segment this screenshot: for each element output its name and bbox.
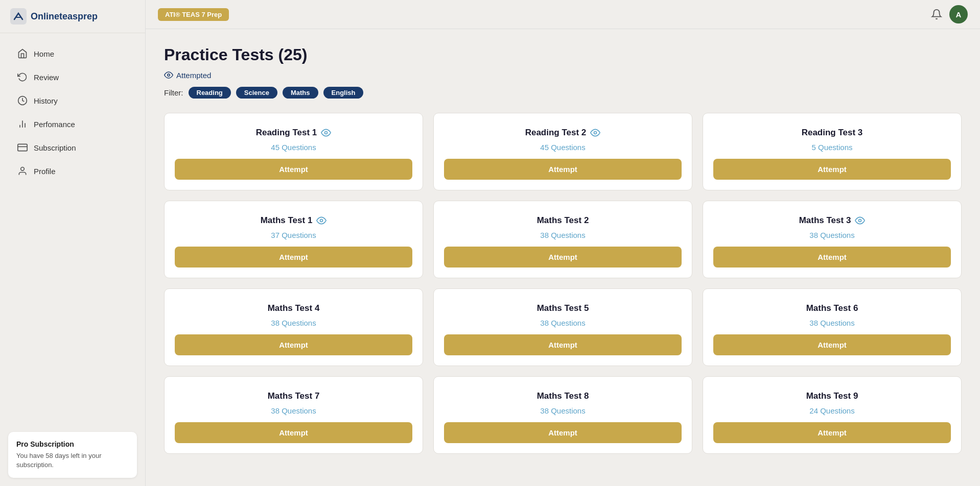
test-card: Reading Test 145 QuestionsAttempt [164,113,423,190]
filter-science[interactable]: Science [236,87,277,99]
card-eye-icon [316,215,326,226]
svg-point-12 [859,220,861,222]
svg-rect-0 [10,8,27,25]
logo-icon [10,8,27,25]
home-icon [17,48,28,59]
sidebar-item-subscription-label: Subscription [34,143,76,152]
card-questions: 45 Questions [271,143,316,152]
card-questions: 38 Questions [540,231,585,239]
attempt-button[interactable]: Attempt [444,334,682,355]
card-title: Maths Test 5 [537,303,589,313]
sidebar-item-performance-label: Perfomance [34,120,75,129]
attempt-button[interactable]: Attempt [175,334,412,355]
card-eye-icon [855,215,865,226]
sidebar-item-history-label: History [34,96,58,105]
test-card: Maths Test 538 QuestionsAttempt [433,288,692,366]
attempt-button[interactable]: Attempt [444,247,682,268]
attempt-button[interactable]: Attempt [444,159,682,180]
attempt-button[interactable]: Attempt [713,159,951,180]
topbar-left: ATI® TEAS 7 Prep [158,8,229,21]
card-icon [17,142,28,153]
attempt-button[interactable]: Attempt [444,422,682,443]
card-title: Maths Test 3 [799,215,851,226]
sidebar-item-review[interactable]: Review [5,66,140,88]
test-card: Maths Test 638 QuestionsAttempt [703,288,962,366]
subscription-box: Pro Subscription You have 58 days left i… [8,432,137,478]
card-title-row: Reading Test 3 [802,128,863,138]
card-title: Maths Test 2 [537,215,589,226]
attempt-button[interactable]: Attempt [175,159,412,180]
avatar[interactable]: A [949,5,968,23]
attempt-button[interactable]: Attempt [713,247,951,268]
card-title-row: Reading Test 2 [525,128,601,138]
main-area: ATI® TEAS 7 Prep A Practice Tests (25) A… [146,0,980,486]
card-title: Maths Test 8 [537,391,589,401]
card-questions: 38 Questions [540,406,585,415]
card-questions: 37 Questions [271,231,316,239]
content-area: Practice Tests (25) Attempted Filter: Re… [146,29,980,486]
cards-grid: Reading Test 145 QuestionsAttemptReading… [164,113,962,454]
card-eye-icon [321,128,331,138]
svg-rect-5 [18,144,27,151]
history-icon [17,95,28,106]
sidebar-item-review-label: Review [34,73,59,82]
card-title: Maths Test 1 [261,215,313,226]
attempted-eye-icon [164,70,173,80]
test-card: Maths Test 924 QuestionsAttempt [703,376,962,454]
svg-point-11 [320,220,323,222]
card-questions: 38 Questions [271,319,316,327]
attempt-button[interactable]: Attempt [175,422,412,443]
card-title: Maths Test 7 [268,391,320,401]
logo-container[interactable]: Onlineteasprep [0,0,145,33]
card-title-row: Maths Test 4 [268,303,320,313]
review-icon [17,72,28,82]
sidebar-item-subscription[interactable]: Subscription [5,136,140,159]
bell-icon[interactable] [931,9,942,20]
attempt-button[interactable]: Attempt [713,422,951,443]
card-title-row: Maths Test 2 [537,215,589,226]
card-questions: 38 Questions [809,231,854,239]
svg-point-9 [325,132,328,134]
svg-point-8 [168,74,170,77]
card-title-row: Maths Test 8 [537,391,589,401]
card-eye-icon [590,128,600,138]
filter-english[interactable]: English [323,87,364,99]
svg-point-7 [21,167,25,171]
test-card: Maths Test 838 QuestionsAttempt [433,376,692,454]
ati-badge[interactable]: ATI® TEAS 7 Prep [158,8,229,21]
sidebar-item-history[interactable]: History [5,89,140,112]
sidebar-item-home[interactable]: Home [5,42,140,65]
attempted-toggle[interactable]: Attempted [164,70,962,80]
card-title-row: Maths Test 5 [537,303,589,313]
card-title-row: Maths Test 1 [261,215,327,226]
card-title-row: Maths Test 6 [806,303,858,313]
topbar-right: A [931,5,968,23]
card-title-row: Maths Test 9 [806,391,858,401]
card-title-row: Maths Test 3 [799,215,866,226]
svg-point-10 [594,132,597,134]
sidebar-item-performance[interactable]: Perfomance [5,113,140,135]
sidebar-nav: Home Review History Perfomance [0,33,145,424]
test-card: Maths Test 438 QuestionsAttempt [164,288,423,366]
card-questions: 5 Questions [811,143,852,152]
user-icon [17,166,28,176]
card-title: Reading Test 1 [256,128,317,138]
filter-maths[interactable]: Maths [283,87,318,99]
logo-text: Onlineteasprep [31,11,98,22]
test-card: Maths Test 137 QuestionsAttempt [164,201,423,278]
topbar: ATI® TEAS 7 Prep A [146,0,980,29]
card-title: Maths Test 9 [806,391,858,401]
card-questions: 38 Questions [809,319,854,327]
page-title: Practice Tests (25) [164,45,962,64]
attempt-button[interactable]: Attempt [175,247,412,268]
chart-icon [17,119,28,129]
test-card: Maths Test 238 QuestionsAttempt [433,201,692,278]
sidebar-item-home-label: Home [34,50,54,58]
subscription-title: Pro Subscription [16,440,129,448]
filter-reading[interactable]: Reading [189,87,231,99]
test-card: Maths Test 738 QuestionsAttempt [164,376,423,454]
test-card: Reading Test 245 QuestionsAttempt [433,113,692,190]
card-title: Reading Test 3 [802,128,863,138]
attempt-button[interactable]: Attempt [713,334,951,355]
sidebar-item-profile[interactable]: Profile [5,160,140,182]
